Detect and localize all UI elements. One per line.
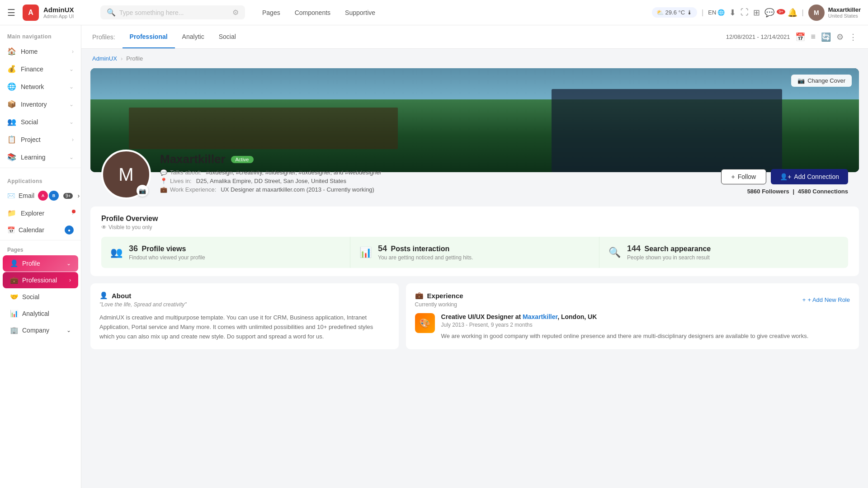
inventory-icon: 📦 — [7, 100, 16, 108]
chat-icon[interactable]: 💬9+ — [764, 8, 783, 18]
download-icon[interactable]: ⬇ — [729, 8, 736, 18]
camera-icon: 📷 — [797, 77, 805, 84]
experience-title-text: Experience — [427, 292, 463, 300]
topnav: ☰ A AdminUX Admin App UI 🔍 ⚙ Pages Compo… — [0, 0, 868, 25]
topnav-nav: Pages Components Supportive — [256, 5, 382, 20]
profile-overview: Profile Overview 👁 Visible to you only 👥… — [90, 206, 859, 276]
experience-card: 💼 Experience Currently working + + Add N… — [406, 283, 859, 349]
stats-row: 👥 36 Profile views Findout who viewed yo… — [101, 237, 848, 268]
sidebar-page-analytical[interactable]: 📊 Analytical — [3, 305, 78, 322]
grid-icon[interactable]: ⊞ — [753, 8, 760, 18]
filter-icon[interactable]: ≡ — [811, 32, 816, 42]
refresh-icon[interactable]: 🔄 — [821, 32, 831, 42]
sidebar-item-learning[interactable]: 📚 Learning ⌄ — [0, 148, 81, 166]
connections-count: 4580 Connections — [798, 188, 848, 195]
calendar-picker-icon[interactable]: 📅 — [795, 32, 805, 42]
person-plus-icon: 👤+ — [780, 173, 791, 180]
breadcrumb: AdminUX › Profile — [81, 49, 868, 68]
analytical-icon: 📊 — [10, 310, 19, 318]
breadcrumb-separator: › — [121, 55, 123, 62]
sidebar-profile-label: Profile — [22, 260, 40, 267]
nav-components[interactable]: Components — [288, 5, 337, 20]
finance-icon: 💰 — [7, 65, 16, 73]
eye-icon: 👁 — [101, 224, 107, 230]
sidebar-item-home[interactable]: 🏠 Home › — [0, 42, 81, 60]
sidebar-item-inventory[interactable]: 📦 Inventory ⌄ — [0, 95, 81, 113]
experience-description: We are working in good company with repu… — [441, 332, 850, 341]
sidebar-item-calendar[interactable]: 📅 Calendar ● — [0, 222, 81, 238]
chevron-right-icon: › — [69, 277, 71, 283]
location-icon: 📍 — [160, 178, 167, 184]
email-label: Email — [19, 192, 34, 199]
stat-num: 54 — [378, 244, 387, 253]
add-role-button[interactable]: + + Add New Role — [802, 296, 850, 303]
sidebar-page-professional[interactable]: 💼 Professional › — [3, 272, 78, 288]
sidebar-item-explorer[interactable]: 📁 Explorer › — [0, 204, 81, 222]
sidebar-item-network[interactable]: 🌐 Network ⌄ — [0, 78, 81, 95]
chevron-down-icon: ⌄ — [66, 260, 71, 267]
about-title-text: About — [112, 292, 131, 300]
network-icon: 🌐 — [7, 82, 16, 91]
filter-icon[interactable]: ⚙ — [232, 8, 239, 17]
chevron-right-icon: › — [77, 192, 80, 199]
tab-professional[interactable]: Professional — [123, 26, 175, 48]
profiles-label: Profiles: — [92, 33, 115, 41]
chart-icon: 📊 — [359, 247, 372, 258]
chevron-right-icon: › — [72, 136, 74, 143]
language-selector[interactable]: EN 🌐 — [708, 9, 725, 16]
sidebar-company-label: Company — [22, 327, 49, 334]
more-icon[interactable]: ⋮ — [849, 32, 857, 42]
sidebar-item-email[interactable]: ✉️ Email A B 9+ › — [0, 187, 81, 204]
sidebar-home-label: Home — [21, 48, 38, 55]
work-exp-value: UX Designer at maxartkiller.com (2013 - … — [221, 186, 374, 193]
avatar-camera-button[interactable]: 📷 — [137, 185, 148, 197]
search-bar[interactable]: 🔍 ⚙ — [100, 5, 245, 19]
layout: Main navigation 🏠 Home › 💰 Finance ⌄ 🌐 N… — [0, 25, 868, 488]
calendar-icon: 📅 — [7, 226, 15, 234]
sidebar-item-social[interactable]: 👥 Social ⌄ — [0, 113, 81, 131]
add-connection-button[interactable]: 👤+ Add Connection — [771, 169, 848, 184]
nav-supportive[interactable]: Supportive — [339, 5, 382, 20]
breadcrumb-root[interactable]: AdminUX — [92, 55, 117, 62]
email-avatars: A B — [38, 191, 59, 201]
nav-pages[interactable]: Pages — [256, 5, 287, 20]
settings-icon[interactable]: ⚙ — [836, 32, 844, 42]
stat-search-info: 144 Search appearance People shown you i… — [627, 244, 711, 261]
logo-icon: A — [23, 5, 39, 21]
stat-posts-info: 54 Posts interaction You are getting not… — [378, 244, 473, 261]
notification-icon[interactable]: 🔔 — [788, 8, 797, 18]
user-profile-menu[interactable]: M Maxartkiller United States — [808, 5, 861, 21]
experience-date: July 2013 - Present, 9 years 2 months — [441, 322, 850, 328]
follow-button[interactable]: + Follow — [721, 169, 767, 184]
change-cover-button[interactable]: 📷 Change Cover — [791, 75, 852, 87]
tab-social[interactable]: Social — [212, 26, 243, 48]
sidebar-item-project[interactable]: 📋 Project › — [0, 131, 81, 148]
main-content: Profiles: Professional Analytic Social 1… — [81, 25, 868, 488]
main-header: Profiles: Professional Analytic Social 1… — [81, 25, 868, 49]
experience-title-group: 💼 Experience Currently working — [415, 291, 463, 308]
header-right: 12/08/2021 - 12/14/2021 📅 ≡ 🔄 ⚙ ⋮ — [726, 32, 857, 42]
stat-search-num: 144 Search appearance — [627, 244, 711, 253]
search-input[interactable] — [119, 9, 219, 16]
hamburger-menu[interactable]: ☰ — [7, 7, 15, 18]
chevron-down-icon: ⌄ — [69, 84, 74, 90]
sidebar-page-social[interactable]: 🤝 Social — [3, 289, 78, 305]
sidebar-page-company[interactable]: 🏢 Company ⌄ — [3, 322, 78, 338]
sidebar-project-label: Project — [21, 136, 41, 143]
sidebar-page-profile[interactable]: 👤 Profile ⌄ — [3, 255, 78, 272]
stat-label-bold: Search appearance — [645, 245, 711, 253]
expand-icon[interactable]: ⛶ — [741, 8, 749, 17]
date-range: 12/08/2021 - 12/14/2021 — [726, 33, 790, 40]
chat-badge: 9+ — [777, 9, 785, 14]
work-exp-label: Work Experience: — [170, 186, 216, 193]
tab-analytic[interactable]: Analytic — [175, 26, 212, 48]
sidebar-pages-label: Pages — [0, 242, 81, 255]
about-title: 👤 About — [99, 291, 390, 300]
plus-icon: + — [802, 296, 806, 303]
change-cover-label: Change Cover — [807, 77, 845, 84]
user-info: Maxartkiller United States — [828, 6, 861, 19]
sidebar-item-finance[interactable]: 💰 Finance ⌄ — [0, 60, 81, 78]
company-link[interactable]: Maxartkiller — [523, 313, 557, 320]
about-card: 👤 About "Love the life, Spread and creat… — [90, 283, 399, 349]
add-role-label: + Add New Role — [807, 296, 850, 303]
